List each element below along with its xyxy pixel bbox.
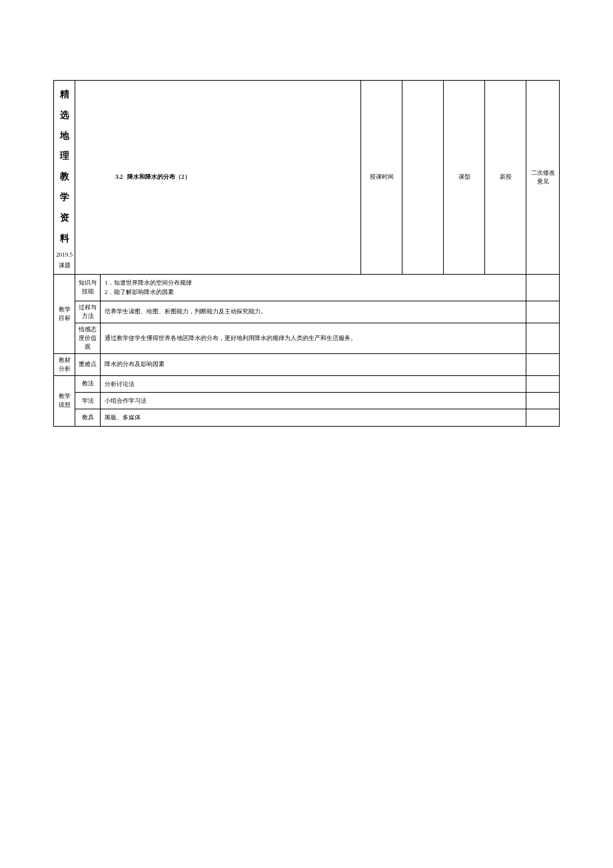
- header-row: 精选地理教学资料 2019.5 课题 3.2 降水和降水的分布（2） 授课时间 …: [54, 81, 560, 275]
- keypoints-content: 降水的分布及影响因素: [101, 353, 526, 375]
- material-row: 教材 分析 重难点 降水的分布及影响因素: [54, 353, 560, 375]
- revision-label-1: 二次修改: [531, 169, 555, 176]
- time-value: [402, 81, 444, 275]
- revision-label-2: 意见: [537, 178, 549, 185]
- process-label: 过程与 方法: [75, 301, 101, 323]
- emotion-row: 情感态 度价值 观 通过教学使学生懂得世界各地区降水的分布，更好地利用降水的规律…: [54, 323, 560, 353]
- revision-label-cell: 二次修改 意见: [526, 81, 560, 275]
- learning-method-row: 学法 小组合作学习法: [54, 392, 560, 409]
- process-row: 过程与 方法 培养学生读图、绘图、析图能力，判断能力及主动探究能力。: [54, 301, 560, 323]
- topic-label: 课题: [55, 262, 73, 270]
- revision-cell-2: [526, 301, 560, 323]
- learning-method-content: 小组合作学习法: [101, 392, 526, 409]
- process-content: 培养学生读图、绘图、析图能力，判断能力及主动探究能力。: [101, 301, 526, 323]
- teaching-method-row: 教学 设想 教法 分析讨论法: [54, 375, 560, 392]
- objectives-label: 教学 目标: [54, 274, 75, 353]
- material-label: 教材 分析: [54, 353, 75, 375]
- knowledge-line-1: 1．知道世界降水的空间分布规律: [105, 278, 522, 287]
- section-title: 降水和降水的分布（2）: [127, 173, 191, 180]
- teaching-method-content: 分析讨论法: [101, 375, 526, 392]
- revision-cell-1: [526, 274, 560, 301]
- knowledge-label: 知识与 技能: [75, 274, 101, 301]
- emotion-content: 通过教学使学生懂得世界各地区降水的分布，更好地利用降水的规律为人类的生产和生活服…: [101, 323, 526, 353]
- date-text: 2019.5: [55, 251, 73, 259]
- type-value: 新授: [485, 81, 526, 275]
- design-label: 教学 设想: [54, 375, 75, 426]
- lesson-plan-table: 精选地理教学资料 2019.5 课题 3.2 降水和降水的分布（2） 授课时间 …: [53, 80, 560, 427]
- revision-cell-5: [526, 375, 560, 392]
- knowledge-row: 教学 目标 知识与 技能 1．知道世界降水的空间分布规律 2．能了解影响降水的因…: [54, 274, 560, 301]
- revision-cell-7: [526, 409, 560, 426]
- knowledge-content: 1．知道世界降水的空间分布规律 2．能了解影响降水的因素: [101, 274, 526, 301]
- section-number: 3.2: [115, 173, 123, 180]
- time-label: 授课时间: [361, 81, 402, 275]
- keypoints-label: 重难点: [75, 353, 101, 375]
- revision-cell-3: [526, 323, 560, 353]
- learning-method-label: 学法: [75, 392, 101, 409]
- tools-content: 黑板、多媒体: [101, 409, 526, 426]
- revision-cell-4: [526, 353, 560, 375]
- tools-row: 教具 黑板、多媒体: [54, 409, 560, 426]
- emotion-label: 情感态 度价值 观: [75, 323, 101, 353]
- material-prefix: 精选地理教学资料: [55, 85, 73, 249]
- material-header-cell: 精选地理教学资料 2019.5 课题: [54, 81, 75, 275]
- lesson-title-cell: 3.2 降水和降水的分布（2）: [75, 81, 361, 275]
- teaching-method-label: 教法: [75, 375, 101, 392]
- tools-label: 教具: [75, 409, 101, 426]
- revision-cell-6: [526, 392, 560, 409]
- knowledge-line-2: 2．能了解影响降水的因素: [105, 287, 522, 297]
- type-label: 课型: [444, 81, 485, 275]
